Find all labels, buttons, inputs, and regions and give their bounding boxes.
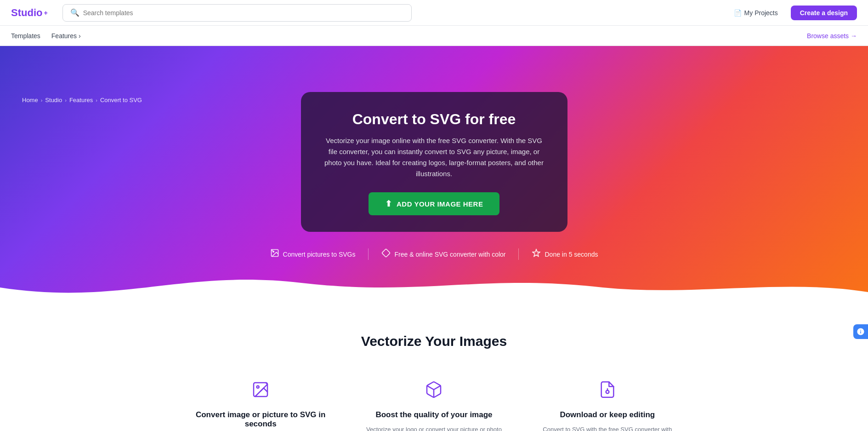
breadcrumb-studio[interactable]: Studio [45, 97, 62, 103]
breadcrumb-features[interactable]: Features [69, 97, 93, 103]
hero-card: Convert to SVG for free Vectorize your i… [301, 92, 567, 232]
hero-title: Convert to SVG for free [323, 110, 545, 128]
header: Studio+ 🔍 📄 My Projects Create a design [0, 0, 868, 26]
card-title-1: Convert image or picture to SVG in secon… [191, 410, 331, 429]
main-content: Vectorize Your Images Convert image or p… [0, 306, 868, 431]
hero-subtitle: Vectorize your image online with the fre… [323, 135, 545, 179]
logo[interactable]: Studio+ [11, 7, 48, 19]
breadcrumb: Home › Studio › Features › Convert to SV… [11, 92, 153, 108]
breadcrumb-sep1: › [41, 98, 43, 103]
add-image-button[interactable]: ⬆ ADD YOUR IMAGE HERE [369, 192, 500, 215]
hero-wave [0, 269, 868, 306]
diamond-icon [381, 248, 391, 260]
sparkle-icon [532, 248, 541, 260]
nav-templates[interactable]: Templates [11, 30, 40, 41]
card-text-2: Vectorize your logo or convert your pict… [364, 425, 504, 431]
search-icon: 🔍 [70, 8, 79, 17]
cards-grid: Convert image or picture to SVG in secon… [182, 371, 687, 431]
breadcrumb-current: Convert to SVG [100, 97, 142, 103]
card-icon-1 [191, 380, 331, 403]
hero-feature-3: Done in 5 seconds [518, 248, 611, 260]
feature-card-2: Boost the quality of your image Vectoriz… [355, 371, 513, 431]
nav-features[interactable]: Features › [51, 30, 81, 41]
chevron-down-icon: › [79, 32, 81, 40]
card-icon-3 [537, 380, 677, 403]
section-title: Vectorize Your Images [11, 333, 857, 349]
hero-feature-2: Free & online SVG converter with color [368, 248, 518, 260]
search-input[interactable] [83, 9, 404, 17]
side-widget[interactable] [853, 324, 868, 339]
document-icon: 📄 [734, 9, 742, 17]
header-right: 📄 My Projects Create a design [728, 6, 857, 20]
navbar: Templates Features › Browse assets → [0, 26, 868, 46]
my-projects-button[interactable]: 📄 My Projects [728, 6, 783, 19]
breadcrumb-sep2: › [65, 98, 67, 103]
hero-section: Home › Studio › Features › Convert to SV… [0, 46, 868, 306]
card-icon-2 [364, 380, 504, 403]
card-title-2: Boost the quality of your image [364, 410, 504, 420]
svg-point-3 [257, 386, 259, 388]
hero-feature-1: Convert pictures to SVGs [257, 248, 369, 260]
nav-left: Templates Features › [11, 30, 81, 41]
browse-assets-link[interactable]: Browse assets → [807, 32, 857, 40]
upload-icon: ⬆ [385, 199, 392, 209]
breadcrumb-sep3: › [96, 98, 97, 103]
breadcrumb-home[interactable]: Home [22, 97, 38, 103]
create-design-button[interactable]: Create a design [791, 6, 857, 20]
card-title-3: Download or keep editing [537, 410, 677, 420]
feature-card-1: Convert image or picture to SVG in secon… [182, 371, 340, 431]
card-text-3: Convert to SVG with the free SVG convert… [537, 425, 677, 431]
search-bar: 🔍 [62, 4, 412, 22]
picture-icon [270, 248, 279, 260]
feature-card-3: Download or keep editing Convert to SVG … [528, 371, 686, 431]
hero-features: Convert pictures to SVGs Free & online S… [11, 248, 857, 260]
